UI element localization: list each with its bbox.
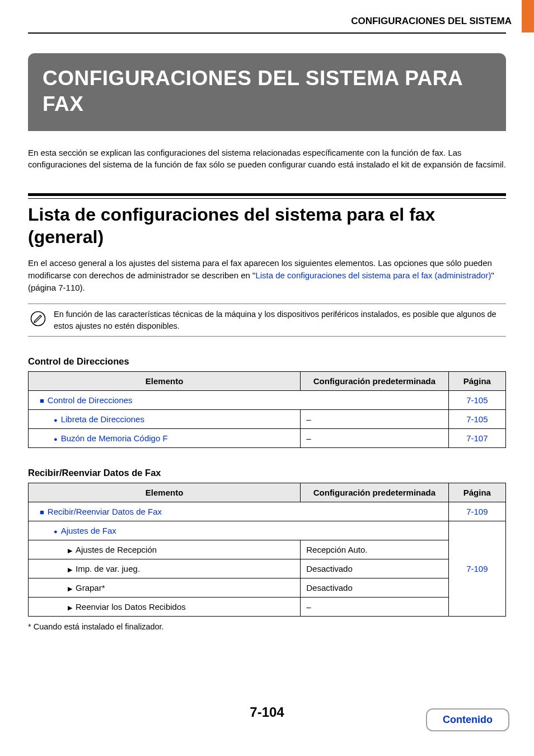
cell-page[interactable]: 7-109 (448, 521, 505, 616)
cell-element[interactable]: Recibir/Reenviar Datos de Fax (29, 502, 449, 521)
table1-title: Control de Direcciones (28, 356, 506, 367)
table-row: Reenviar los Datos Recibidos – (29, 597, 506, 616)
page-content: CONFIGURACIONES DEL SISTEMA PARA FAX En … (0, 34, 534, 631)
cell-config: Desactivado (301, 578, 448, 597)
note-box: En función de las características técnic… (28, 304, 506, 337)
table-row: Buzón de Memoria Código F – 7-107 (29, 428, 506, 447)
pencil-note-icon (30, 311, 46, 326)
table-block-direcciones: Control de Direcciones Elemento Configur… (28, 356, 506, 448)
contents-button[interactable]: Contenido (426, 708, 509, 731)
th-page: Página (448, 483, 505, 502)
table-fax: Elemento Configuración predeterminada Pá… (28, 483, 506, 617)
breadcrumb: CONFIGURACIONES DEL SISTEMA (351, 2, 512, 32)
cell-element: Ajustes de Recepción (29, 540, 301, 559)
cell-config: Recepción Auto. (301, 540, 448, 559)
table2-title: Recibir/Reenviar Datos de Fax (28, 468, 506, 478)
note-text: En función de las características técnic… (54, 309, 506, 332)
table-row: Control de Direcciones 7-105 (29, 390, 506, 409)
table-row: Ajustes de Recepción Recepción Auto. (29, 540, 506, 559)
table-direcciones: Elemento Configuración predeterminada Pá… (28, 371, 506, 448)
table-row: Recibir/Reenviar Datos de Fax 7-109 (29, 502, 506, 521)
th-config: Configuración predeterminada (301, 483, 448, 502)
cell-element: Imp. de var. jueg. (29, 559, 301, 578)
table-block-fax: Recibir/Reenviar Datos de Fax Elemento C… (28, 468, 506, 631)
svg-point-0 (31, 312, 45, 326)
header-bar: CONFIGURACIONES DEL SISTEMA (0, 0, 534, 32)
cell-page[interactable]: 7-105 (448, 409, 505, 428)
th-page: Página (448, 371, 505, 390)
table-header-row: Elemento Configuración predeterminada Pá… (29, 483, 506, 502)
cell-page[interactable]: 7-107 (448, 428, 505, 447)
cell-element[interactable]: Libreta de Direcciones (29, 409, 301, 428)
section-divider (28, 193, 506, 199)
cell-config: – (301, 409, 448, 428)
cell-element: Grapar* (29, 578, 301, 597)
cell-page[interactable]: 7-109 (448, 502, 505, 521)
cell-element: Reenviar los Datos Recibidos (29, 597, 301, 616)
table-header-row: Elemento Configuración predeterminada Pá… (29, 371, 506, 390)
cell-element[interactable]: Buzón de Memoria Código F (29, 428, 301, 447)
section-description: En el acceso general a los ajustes del s… (28, 257, 506, 293)
intro-paragraph: En esta sección se explican las configur… (28, 147, 506, 171)
table-row: Ajustes de Fax 7-109 (29, 521, 506, 540)
th-element: Elemento (29, 483, 301, 502)
page-title: CONFIGURACIONES DEL SISTEMA PARA FAX (43, 66, 491, 118)
cell-config: – (301, 428, 448, 447)
section-heading: Lista de configuraciones del sistema par… (28, 203, 506, 248)
cell-config: – (301, 597, 448, 616)
cell-config: Desactivado (301, 559, 448, 578)
th-config: Configuración predeterminada (301, 371, 448, 390)
th-element: Elemento (29, 371, 301, 390)
section-tab (522, 0, 534, 32)
admin-list-link[interactable]: Lista de configuraciones del sistema par… (255, 270, 491, 280)
cell-element[interactable]: Ajustes de Fax (29, 521, 449, 540)
cell-page[interactable]: 7-105 (448, 390, 505, 409)
table2-footnote: * Cuando está instalado el finalizador. (28, 622, 506, 631)
title-banner: CONFIGURACIONES DEL SISTEMA PARA FAX (28, 53, 506, 131)
table-row: Grapar* Desactivado (29, 578, 506, 597)
cell-element[interactable]: Control de Direcciones (29, 390, 449, 409)
table-row: Libreta de Direcciones – 7-105 (29, 409, 506, 428)
table-row: Imp. de var. jueg. Desactivado (29, 559, 506, 578)
